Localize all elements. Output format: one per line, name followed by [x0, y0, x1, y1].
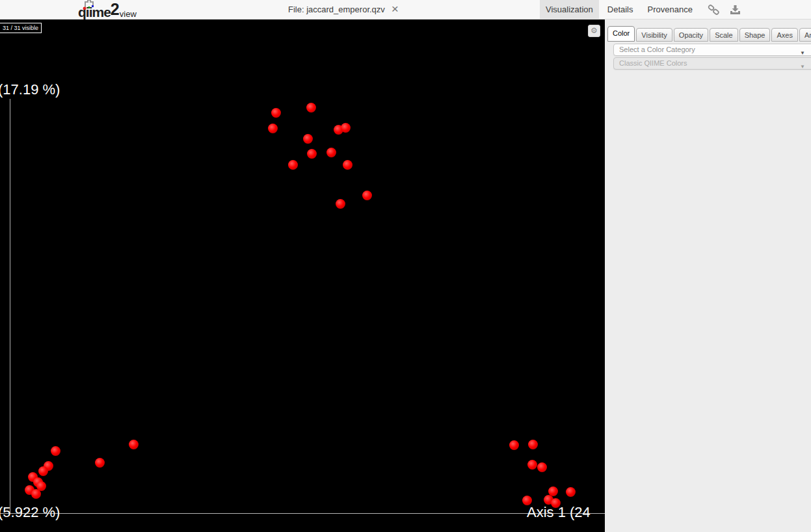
data-point: [307, 149, 317, 159]
qiime2view-logo: qiime2view: [78, 0, 137, 20]
plot-settings-gear-icon[interactable]: ⚙: [588, 25, 600, 37]
tab-axes[interactable]: Axes: [771, 28, 797, 42]
chevron-down-icon: ▼: [800, 47, 805, 56]
tab-scale[interactable]: Scale: [710, 28, 738, 42]
data-point: [343, 160, 352, 170]
share-link-icon[interactable]: [708, 5, 720, 16]
data-point: [268, 124, 278, 133]
tab-shape[interactable]: Shape: [739, 28, 771, 42]
app-header: qiime2view File: jaccard_emperor.qzv× Vi…: [0, 0, 811, 20]
tab-visibility[interactable]: Visibility: [636, 28, 672, 42]
visible-count-badge: 31 / 31 visible: [0, 23, 42, 33]
data-point: [51, 446, 60, 456]
data-point: [31, 489, 41, 499]
data-point: [95, 458, 105, 468]
logo-text-two: 2: [111, 0, 120, 18]
logo-text-sub: view: [120, 9, 137, 19]
color-scheme-select[interactable]: Classic QIIME Colors ▼: [613, 57, 811, 70]
data-point: [362, 191, 372, 200]
tab-opacity[interactable]: Opacity: [674, 28, 708, 42]
data-point: [271, 108, 281, 118]
data-point: [341, 123, 351, 133]
axis2-line: [10, 99, 10, 513]
data-point: [306, 103, 316, 113]
header-tab-bar: Visualization Details Provenance: [540, 0, 741, 20]
tab-details[interactable]: Details: [602, 0, 639, 20]
axis1-label: Axis 1 (24: [527, 504, 591, 521]
data-point: [129, 440, 139, 449]
color-category-select[interactable]: Select a Color Category ▼: [613, 44, 811, 56]
axis1-line: [0, 513, 605, 514]
tab-visualization[interactable]: Visualization: [540, 0, 599, 20]
emperor-plot-canvas[interactable]: 31 / 31 visible ⚙ (17.19 %) (5.922 %) Ax…: [0, 20, 605, 532]
data-point: [38, 466, 48, 476]
controls-tab-bar: ColorVisibilityOpacityScaleShapeAxesAnim…: [607, 26, 811, 42]
data-point: [509, 440, 519, 450]
data-point: [288, 160, 298, 170]
color-category-value: Select a Color Category: [619, 46, 695, 53]
tab-color[interactable]: Color: [607, 26, 635, 42]
close-file-icon[interactable]: ×: [392, 0, 399, 18]
axis3-label: (5.922 %): [0, 504, 60, 521]
data-point: [326, 148, 336, 157]
data-point: [336, 199, 345, 209]
file-name-text: File: jaccard_emperor.qzv: [288, 5, 385, 14]
open-file-label: File: jaccard_emperor.qzv×: [288, 0, 399, 20]
color-scheme-value: Classic QIIME Colors: [619, 59, 687, 67]
data-point: [566, 487, 576, 497]
emperor-controls-panel: ColorVisibilityOpacityScaleShapeAxesAnim…: [605, 20, 811, 532]
data-point: [528, 440, 538, 449]
logo-text-main: qiime: [78, 5, 111, 20]
data-point: [303, 134, 313, 144]
chevron-down-icon: ▼: [800, 61, 805, 70]
download-icon[interactable]: [729, 5, 741, 16]
data-point: [537, 462, 547, 472]
data-point: [527, 460, 537, 470]
axis2-label: (17.19 %): [0, 81, 60, 98]
tab-animations[interactable]: Animations: [799, 28, 811, 42]
tab-provenance[interactable]: Provenance: [642, 0, 698, 20]
